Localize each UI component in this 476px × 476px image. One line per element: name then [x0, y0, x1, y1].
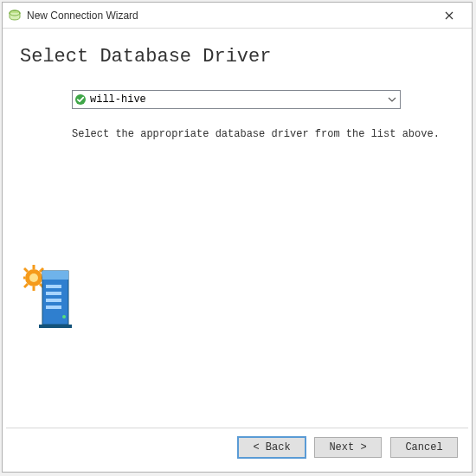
svg-rect-14 [42, 271, 68, 280]
next-button-label: Next > [329, 441, 366, 453]
button-row: < Back Next > Cancel [3, 428, 472, 472]
svg-point-19 [62, 315, 66, 318]
svg-rect-17 [46, 299, 61, 302]
cancel-button[interactable]: Cancel [390, 437, 458, 458]
chevron-down-icon [384, 91, 400, 108]
svg-rect-18 [46, 306, 61, 309]
helper-text: Select the appropriate database driver f… [72, 128, 454, 140]
cancel-button-label: Cancel [405, 441, 442, 453]
svg-line-8 [24, 268, 28, 272]
driver-select[interactable]: will-hive [72, 90, 401, 109]
close-button[interactable] [432, 3, 466, 28]
close-icon [445, 9, 453, 23]
titlebar: New Connection Wizard [3, 3, 472, 29]
wizard-content: Select Database Driver will-hive Select … [3, 29, 472, 428]
page-heading: Select Database Driver [20, 46, 454, 68]
window-title: New Connection Wizard [27, 10, 432, 22]
check-circle-icon [73, 93, 88, 106]
svg-line-10 [24, 284, 28, 287]
driver-select-value: will-hive [88, 93, 384, 106]
back-button[interactable]: < Back [238, 437, 306, 458]
svg-rect-20 [39, 325, 72, 328]
svg-point-12 [29, 273, 38, 282]
next-button[interactable]: Next > [314, 437, 382, 458]
svg-rect-16 [46, 292, 61, 295]
back-button-label: < Back [253, 441, 290, 453]
app-icon [8, 9, 22, 23]
wizard-illustration [23, 262, 75, 331]
wizard-window: New Connection Wizard Select Database Dr… [2, 2, 473, 473]
svg-rect-15 [46, 285, 61, 288]
